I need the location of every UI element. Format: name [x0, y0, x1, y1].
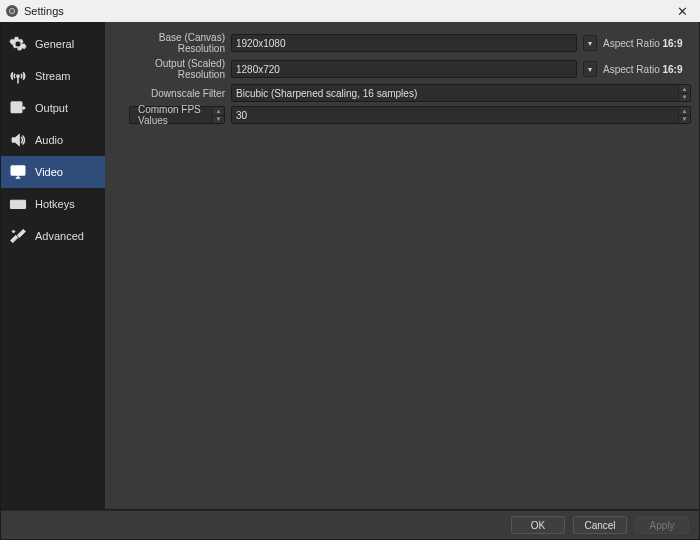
chevron-down-icon[interactable]: ▾: [583, 35, 597, 51]
base-aspect-ratio: Aspect Ratio 16:9: [603, 38, 691, 49]
keyboard-icon: [9, 195, 27, 213]
output-resolution-label: Output (Scaled) Resolution: [113, 58, 225, 80]
sidebar-item-label: Audio: [35, 134, 63, 146]
tools-icon: [9, 227, 27, 245]
apply-button: Apply: [635, 516, 689, 534]
antenna-icon: [9, 67, 27, 85]
chevron-down-icon[interactable]: ▾: [583, 61, 597, 77]
base-resolution-label: Base (Canvas) Resolution: [113, 32, 225, 54]
sidebar-item-label: Video: [35, 166, 63, 178]
sidebar-item-audio[interactable]: Audio: [1, 124, 105, 156]
sidebar-item-stream[interactable]: Stream: [1, 60, 105, 92]
dropdown-spinner[interactable]: ▲▼: [678, 107, 690, 123]
fps-value: 30: [236, 110, 247, 121]
content-panel: Base (Canvas) Resolution 1920x1080 ▾ Asp…: [105, 22, 699, 509]
svg-rect-1: [11, 102, 22, 113]
downscale-filter-value: Bicubic (Sharpened scaling, 16 samples): [236, 88, 417, 99]
row-base-resolution: Base (Canvas) Resolution 1920x1080 ▾ Asp…: [113, 32, 691, 54]
row-fps: Common FPS Values ▲▼ 30 ▲▼: [113, 106, 691, 124]
speaker-icon: [9, 131, 27, 149]
sidebar-item-label: Advanced: [35, 230, 84, 242]
downscale-filter-label: Downscale Filter: [113, 88, 225, 99]
gear-icon: [9, 35, 27, 53]
output-resolution-value: 1280x720: [236, 64, 280, 75]
sidebar-item-label: General: [35, 38, 74, 50]
sidebar-item-video[interactable]: Video: [1, 156, 105, 188]
window-body: General Stream Output Audio Video: [0, 22, 700, 510]
dropdown-spinner[interactable]: ▲▼: [212, 107, 224, 123]
sidebar-item-output[interactable]: Output: [1, 92, 105, 124]
downscale-filter-field[interactable]: Bicubic (Sharpened scaling, 16 samples) …: [231, 84, 691, 102]
cancel-button[interactable]: Cancel: [573, 516, 627, 534]
footer: OK Cancel Apply: [0, 510, 700, 540]
svg-rect-2: [11, 166, 25, 175]
sidebar-item-advanced[interactable]: Advanced: [1, 220, 105, 252]
sidebar-item-general[interactable]: General: [1, 28, 105, 60]
fps-type-field[interactable]: Common FPS Values ▲▼: [129, 106, 225, 124]
output-icon: [9, 99, 27, 117]
base-resolution-value: 1920x1080: [236, 38, 286, 49]
output-resolution-field[interactable]: 1280x720: [231, 60, 577, 78]
output-aspect-ratio: Aspect Ratio 16:9: [603, 64, 691, 75]
title-bar: Settings ✕: [0, 0, 700, 22]
fps-type-label: Common FPS Values: [138, 104, 220, 126]
fps-value-field[interactable]: 30 ▲▼: [231, 106, 691, 124]
close-icon[interactable]: ✕: [670, 0, 694, 22]
dropdown-spinner[interactable]: ▲▼: [678, 85, 690, 101]
window-title: Settings: [24, 5, 64, 17]
app-icon: [6, 5, 18, 17]
base-resolution-field[interactable]: 1920x1080: [231, 34, 577, 52]
sidebar-item-label: Hotkeys: [35, 198, 75, 210]
ok-button[interactable]: OK: [511, 516, 565, 534]
sidebar: General Stream Output Audio Video: [1, 22, 105, 509]
row-downscale-filter: Downscale Filter Bicubic (Sharpened scal…: [113, 84, 691, 102]
sidebar-item-label: Stream: [35, 70, 70, 82]
row-output-resolution: Output (Scaled) Resolution 1280x720 ▾ As…: [113, 58, 691, 80]
sidebar-item-label: Output: [35, 102, 68, 114]
sidebar-item-hotkeys[interactable]: Hotkeys: [1, 188, 105, 220]
monitor-icon: [9, 163, 27, 181]
